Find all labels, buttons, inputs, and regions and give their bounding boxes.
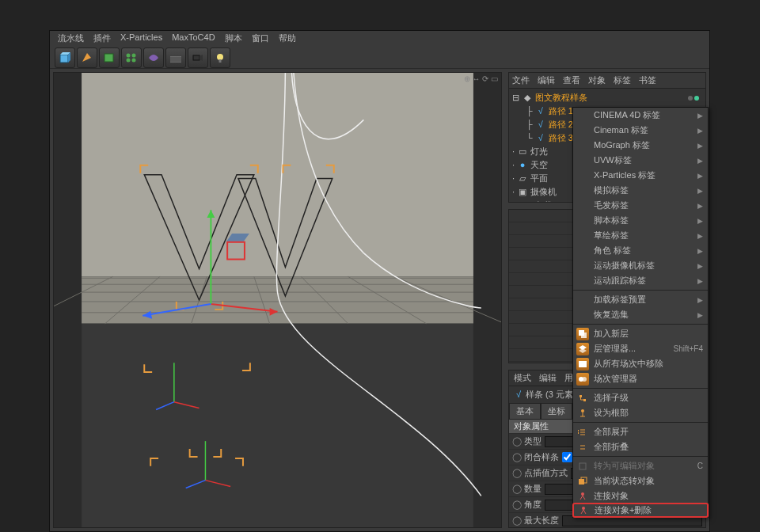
- menu-pipeline[interactable]: 流水线: [58, 32, 84, 45]
- connect-delete-icon: [577, 504, 590, 517]
- tree-item[interactable]: 备份: [535, 199, 553, 203]
- om-file[interactable]: 文件: [512, 74, 530, 86]
- svg-point-14: [217, 54, 223, 60]
- mi-take-manager[interactable]: 场次管理器: [573, 371, 708, 386]
- expand-icon: [576, 426, 589, 439]
- mi-c4d-tags[interactable]: CINEMA 4D 标签▶: [573, 108, 708, 123]
- menu-script[interactable]: 脚本: [225, 32, 242, 45]
- viewport[interactable]: ⊕ ↔ ⟳ ▭: [53, 72, 502, 528]
- mi-restore-sel[interactable]: 恢复选集▶: [573, 307, 708, 322]
- mi-uvw-tags[interactable]: UVW标签▶: [573, 153, 708, 168]
- lab-angle: 角度: [512, 499, 542, 511]
- mi-motrack-tags[interactable]: 运动跟踪标签▶: [573, 273, 708, 288]
- menu-maxtoc4d[interactable]: MaxToC4D: [172, 32, 215, 45]
- connect-icon: [576, 490, 589, 503]
- svg-point-52: [581, 409, 584, 412]
- tree-item[interactable]: 路径 3: [549, 131, 573, 145]
- mi-add-layer[interactable]: 加入新层: [573, 326, 708, 341]
- tree-item[interactable]: 路径 2: [549, 118, 573, 131]
- om-edit[interactable]: 编辑: [538, 74, 555, 86]
- mi-sketch-tags[interactable]: 草绘标签▶: [573, 228, 708, 243]
- om-bookmark[interactable]: 书签: [639, 74, 656, 86]
- mi-make-editable[interactable]: 转为可编辑对象C: [573, 458, 708, 473]
- mi-xp-tags[interactable]: X-Particles 标签▶: [573, 168, 708, 183]
- cube-primitive-button[interactable]: [55, 48, 75, 68]
- mi-load-preset[interactable]: 加载标签预置▶: [573, 292, 708, 307]
- svg-rect-15: [219, 59, 222, 63]
- svg-point-6: [127, 59, 131, 63]
- spline-icon: √: [536, 134, 545, 143]
- main-toolbar: [50, 45, 709, 69]
- generator-button[interactable]: [121, 48, 142, 68]
- svg-rect-3: [104, 54, 113, 62]
- viewport-scene: [54, 73, 501, 527]
- mi-current-state[interactable]: 当前状态转对象: [573, 473, 708, 488]
- attr-edit[interactable]: 编辑: [539, 372, 557, 384]
- lab-interp: 点插值方式: [512, 467, 568, 479]
- mi-mocam-tags[interactable]: 运动摄像机标签▶: [573, 258, 708, 273]
- take-manager-icon: [576, 373, 589, 386]
- mi-layer-manager[interactable]: 层管理器...Shift+F4: [573, 341, 708, 356]
- mi-collapse-all[interactable]: 全部折叠: [573, 439, 708, 454]
- select-children-icon: [576, 392, 589, 405]
- menu-window[interactable]: 窗口: [252, 32, 269, 45]
- mi-set-root[interactable]: 设为根部: [573, 405, 708, 420]
- viewport-nav-icons[interactable]: ⊕ ↔ ⟳ ▭: [464, 74, 498, 83]
- chk-closed[interactable]: [562, 452, 572, 462]
- lab-maxlen: 最大长度: [512, 515, 559, 526]
- camera-icon: ▣: [518, 188, 527, 197]
- mi-expand-all[interactable]: 全部展开: [573, 424, 708, 439]
- mi-mograph-tags[interactable]: MoGraph 标签▶: [573, 138, 708, 153]
- menu-help[interactable]: 帮助: [279, 32, 296, 45]
- lab-closed: 闭合样条: [512, 451, 559, 463]
- menu-xparticles[interactable]: X-Particles: [120, 32, 162, 45]
- tree-item[interactable]: 路径 1: [549, 104, 573, 118]
- floor-button[interactable]: [165, 48, 186, 68]
- tab-basic[interactable]: 基本: [509, 403, 541, 420]
- om-object[interactable]: 对象: [588, 74, 606, 86]
- tree-item[interactable]: 灯光: [530, 145, 548, 158]
- om-view[interactable]: 查看: [563, 74, 580, 86]
- null-icon: ◆: [522, 201, 532, 203]
- svg-point-51: [582, 377, 587, 382]
- camera-button[interactable]: [188, 48, 208, 68]
- mi-connect-delete[interactable]: 连接对象+删除: [572, 503, 709, 518]
- spline-icon: √: [536, 120, 545, 130]
- mi-remove-takes[interactable]: 从所有场次中移除: [573, 356, 708, 371]
- object-manager-menubar: 文件 编辑 查看 对象 标签 书签: [509, 73, 705, 89]
- mi-script-tags[interactable]: 脚本标签▶: [573, 213, 708, 228]
- om-tags[interactable]: 标签: [614, 74, 631, 86]
- tab-coord[interactable]: 坐标: [541, 403, 572, 420]
- tree-item[interactable]: 平面: [530, 172, 548, 185]
- svg-point-5: [132, 54, 136, 58]
- mi-hair-tags[interactable]: 毛发标签▶: [573, 198, 708, 213]
- svg-rect-12: [193, 55, 200, 60]
- mi-sim-tags[interactable]: 模拟标签▶: [573, 183, 708, 198]
- layers-icon: [576, 328, 589, 340]
- menu-plugin[interactable]: 插件: [93, 32, 111, 45]
- spline-pen-button[interactable]: [77, 48, 97, 68]
- svg-point-7: [132, 59, 136, 63]
- spline-icon: √: [536, 107, 545, 116]
- mi-cineman-tags[interactable]: Cineman 标签▶: [573, 123, 708, 138]
- tree-root[interactable]: 图文教程样条: [535, 91, 587, 104]
- svg-rect-18: [82, 324, 473, 527]
- tree-item[interactable]: 天空: [530, 158, 548, 172]
- nurbs-button[interactable]: [99, 48, 120, 68]
- mi-connect[interactable]: 连接对象: [573, 488, 708, 504]
- svg-marker-13: [200, 55, 203, 61]
- deformer-button[interactable]: [143, 48, 164, 68]
- root-icon: [576, 407, 589, 420]
- mi-select-children[interactable]: 选择子级: [573, 390, 708, 405]
- tree-item[interactable]: 摄像机: [530, 185, 557, 199]
- svg-rect-0: [60, 55, 68, 63]
- svg-marker-48: [579, 348, 587, 353]
- svg-rect-49: [579, 361, 587, 367]
- context-menu: CINEMA 4D 标签▶ Cineman 标签▶ MoGraph 标签▶ UV…: [572, 107, 709, 518]
- light-button[interactable]: [210, 48, 230, 68]
- svg-rect-53: [580, 463, 586, 469]
- mi-char-tags[interactable]: 角色 标签▶: [573, 243, 708, 258]
- svg-rect-46: [581, 332, 587, 338]
- sweep-icon: ◆: [522, 93, 532, 103]
- attr-mode[interactable]: 模式: [514, 372, 531, 384]
